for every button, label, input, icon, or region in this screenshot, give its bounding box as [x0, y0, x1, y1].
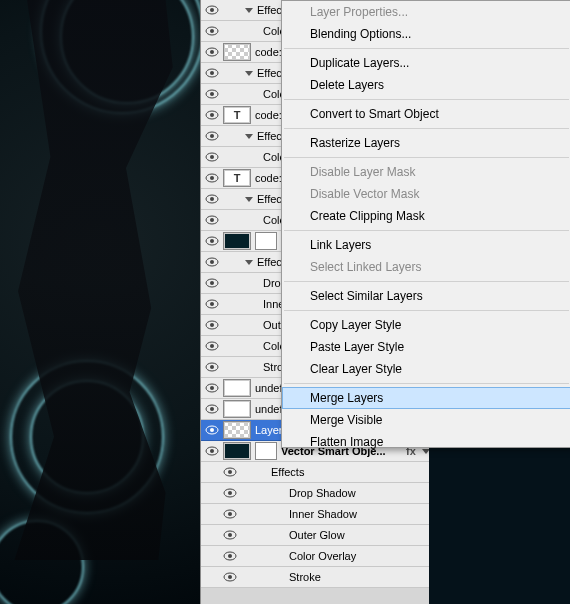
menu-item-duplicate-layers[interactable]: Duplicate Layers...	[282, 52, 570, 74]
menu-separator	[284, 383, 569, 384]
svg-point-13	[210, 134, 214, 138]
chevron-down-icon[interactable]	[245, 260, 253, 265]
chevron-down-icon[interactable]	[245, 134, 253, 139]
layer-mask-thumbnail	[255, 232, 277, 250]
svg-point-39	[210, 407, 214, 411]
effects-row[interactable]: Effects	[201, 462, 430, 483]
visibility-icon[interactable]	[205, 360, 219, 374]
menu-item-link-layers[interactable]: Link Layers	[282, 234, 570, 256]
effect-label: Outer Glow	[289, 529, 345, 541]
visibility-icon[interactable]	[223, 507, 237, 521]
visibility-icon[interactable]	[205, 444, 219, 458]
visibility-icon[interactable]	[223, 549, 237, 563]
menu-item-rasterize-layers[interactable]: Rasterize Layers	[282, 132, 570, 154]
svg-point-7	[210, 71, 214, 75]
layer-thumbnail: T	[223, 106, 251, 124]
svg-point-33	[210, 344, 214, 348]
visibility-icon[interactable]	[205, 339, 219, 353]
layer-thumbnail	[223, 442, 251, 460]
menu-item-clear-layer-style[interactable]: Clear Layer Style	[282, 358, 570, 380]
svg-point-53	[228, 554, 232, 558]
visibility-icon[interactable]	[205, 234, 219, 248]
menu-item-disable-layer-mask: Disable Layer Mask	[282, 161, 570, 183]
menu-separator	[284, 157, 569, 158]
effect-item[interactable]: Inner Shadow	[201, 504, 430, 525]
svg-point-27	[210, 281, 214, 285]
visibility-icon[interactable]	[205, 24, 219, 38]
layer-context-menu[interactable]: Layer Properties...Blending Options...Du…	[281, 0, 570, 448]
visibility-icon[interactable]	[205, 423, 219, 437]
menu-separator	[284, 281, 569, 282]
visibility-icon[interactable]	[205, 66, 219, 80]
menu-separator	[284, 128, 569, 129]
visibility-icon[interactable]	[205, 318, 219, 332]
svg-point-35	[210, 365, 214, 369]
layer-mask-thumbnail	[255, 442, 277, 460]
svg-point-43	[210, 449, 214, 453]
svg-point-21	[210, 218, 214, 222]
visibility-icon[interactable]	[205, 192, 219, 206]
chevron-down-icon[interactable]	[245, 8, 253, 13]
menu-item-blending-options[interactable]: Blending Options...	[282, 23, 570, 45]
visibility-icon[interactable]	[205, 150, 219, 164]
layer-thumbnail	[223, 421, 251, 439]
visibility-icon[interactable]	[205, 276, 219, 290]
svg-point-1	[210, 8, 214, 12]
menu-item-paste-layer-style[interactable]: Paste Layer Style	[282, 336, 570, 358]
effect-item[interactable]: Outer Glow	[201, 525, 430, 546]
svg-point-47	[228, 491, 232, 495]
svg-point-19	[210, 197, 214, 201]
effect-label: Inner Shadow	[289, 508, 357, 520]
visibility-icon[interactable]	[223, 486, 237, 500]
menu-item-merge-layers[interactable]: Merge Layers	[282, 387, 570, 409]
effect-label: Effects	[271, 466, 304, 478]
svg-point-45	[228, 470, 232, 474]
visibility-icon[interactable]	[205, 171, 219, 185]
visibility-icon[interactable]	[205, 255, 219, 269]
visibility-icon[interactable]	[205, 381, 219, 395]
menu-separator	[284, 99, 569, 100]
menu-item-create-clipping-mask[interactable]: Create Clipping Mask	[282, 205, 570, 227]
chevron-down-icon[interactable]	[245, 71, 253, 76]
svg-point-3	[210, 29, 214, 33]
menu-item-delete-layers[interactable]: Delete Layers	[282, 74, 570, 96]
svg-point-5	[210, 50, 214, 54]
effect-item[interactable]: Color Overlay	[201, 546, 430, 567]
visibility-icon[interactable]	[205, 297, 219, 311]
svg-point-23	[210, 239, 214, 243]
visibility-icon[interactable]	[205, 402, 219, 416]
menu-item-convert-to-smart-object[interactable]: Convert to Smart Object	[282, 103, 570, 125]
effect-label: Stroke	[289, 571, 321, 583]
svg-point-15	[210, 155, 214, 159]
menu-separator	[284, 230, 569, 231]
visibility-icon[interactable]	[223, 528, 237, 542]
visibility-icon[interactable]	[205, 3, 219, 17]
layer-thumbnail	[223, 379, 251, 397]
document-canvas	[0, 0, 200, 604]
menu-item-select-linked-layers: Select Linked Layers	[282, 256, 570, 278]
visibility-icon[interactable]	[223, 465, 237, 479]
effect-label: Drop Shadow	[289, 487, 356, 499]
layer-thumbnail	[223, 232, 251, 250]
visibility-icon[interactable]	[205, 87, 219, 101]
layer-thumbnail	[223, 400, 251, 418]
visibility-icon[interactable]	[205, 108, 219, 122]
svg-point-41	[210, 428, 214, 432]
menu-item-copy-layer-style[interactable]: Copy Layer Style	[282, 314, 570, 336]
svg-point-11	[210, 113, 214, 117]
chevron-down-icon[interactable]	[245, 197, 253, 202]
menu-item-flatten-image[interactable]: Flatten Image	[282, 431, 570, 453]
svg-point-51	[228, 533, 232, 537]
visibility-icon[interactable]	[223, 570, 237, 584]
visibility-icon[interactable]	[205, 129, 219, 143]
visibility-icon[interactable]	[205, 213, 219, 227]
effect-item[interactable]: Drop Shadow	[201, 483, 430, 504]
effect-item[interactable]: Stroke	[201, 567, 430, 588]
svg-point-37	[210, 386, 214, 390]
svg-point-49	[228, 512, 232, 516]
visibility-icon[interactable]	[205, 45, 219, 59]
svg-point-17	[210, 176, 214, 180]
menu-item-merge-visible[interactable]: Merge Visible	[282, 409, 570, 431]
svg-point-9	[210, 92, 214, 96]
menu-item-select-similar-layers[interactable]: Select Similar Layers	[282, 285, 570, 307]
